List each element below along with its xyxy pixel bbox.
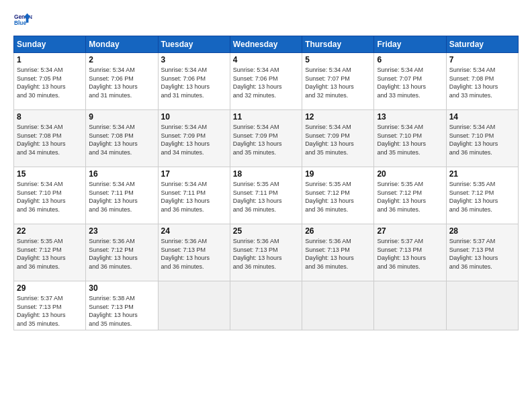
calendar-cell bbox=[302, 281, 374, 330]
weekday-header-saturday: Saturday bbox=[446, 36, 518, 53]
calendar-cell: 17Sunrise: 5:34 AMSunset: 7:11 PMDayligh… bbox=[158, 167, 230, 224]
day-details: Sunrise: 5:37 AMSunset: 7:13 PMDaylight:… bbox=[449, 237, 515, 271]
day-details: Sunrise: 5:34 AMSunset: 7:05 PMDaylight:… bbox=[17, 66, 83, 99]
calendar-cell: 20Sunrise: 5:35 AMSunset: 7:12 PMDayligh… bbox=[374, 167, 446, 224]
calendar-cell: 30Sunrise: 5:38 AMSunset: 7:13 PMDayligh… bbox=[86, 281, 158, 330]
day-number: 1 bbox=[17, 55, 83, 64]
weekday-header-monday: Monday bbox=[86, 36, 158, 53]
day-number: 14 bbox=[449, 112, 515, 122]
calendar-cell bbox=[158, 281, 230, 330]
day-number: 24 bbox=[161, 226, 227, 236]
header: General Blue bbox=[13, 10, 519, 29]
day-details: Sunrise: 5:34 AMSunset: 7:06 PMDaylight:… bbox=[89, 66, 154, 99]
day-details: Sunrise: 5:34 AMSunset: 7:09 PMDaylight:… bbox=[305, 123, 371, 156]
weekday-header-friday: Friday bbox=[374, 36, 446, 53]
calendar-cell: 12Sunrise: 5:34 AMSunset: 7:09 PMDayligh… bbox=[302, 110, 374, 167]
day-number: 10 bbox=[161, 112, 227, 122]
day-details: Sunrise: 5:36 AMSunset: 7:13 PMDaylight:… bbox=[305, 237, 371, 271]
page: General Blue SundayMondayTuesdayWednesda… bbox=[0, 0, 532, 411]
calendar-cell: 22Sunrise: 5:35 AMSunset: 7:12 PMDayligh… bbox=[14, 224, 86, 281]
calendar-cell: 21Sunrise: 5:35 AMSunset: 7:12 PMDayligh… bbox=[446, 167, 518, 224]
calendar-cell: 15Sunrise: 5:34 AMSunset: 7:10 PMDayligh… bbox=[14, 167, 86, 224]
day-number: 18 bbox=[233, 169, 299, 179]
calendar-cell: 10Sunrise: 5:34 AMSunset: 7:09 PMDayligh… bbox=[158, 110, 230, 167]
day-number: 7 bbox=[449, 55, 515, 64]
calendar-cell: 27Sunrise: 5:37 AMSunset: 7:13 PMDayligh… bbox=[374, 224, 446, 281]
day-number: 21 bbox=[449, 169, 515, 179]
day-number: 27 bbox=[377, 226, 443, 236]
day-number: 5 bbox=[305, 55, 371, 64]
weekday-header-wednesday: Wednesday bbox=[230, 36, 302, 53]
calendar-cell: 4Sunrise: 5:34 AMSunset: 7:06 PMDaylight… bbox=[230, 53, 302, 110]
day-number: 4 bbox=[233, 55, 299, 64]
day-number: 8 bbox=[17, 112, 83, 122]
day-number: 29 bbox=[17, 283, 83, 293]
calendar-cell: 19Sunrise: 5:35 AMSunset: 7:12 PMDayligh… bbox=[302, 167, 374, 224]
calendar-cell: 5Sunrise: 5:34 AMSunset: 7:07 PMDaylight… bbox=[302, 53, 374, 110]
day-details: Sunrise: 5:37 AMSunset: 7:13 PMDaylight:… bbox=[377, 237, 443, 271]
day-number: 11 bbox=[233, 112, 299, 122]
day-number: 20 bbox=[377, 169, 443, 179]
svg-text:Blue: Blue bbox=[14, 19, 26, 26]
day-number: 23 bbox=[89, 226, 154, 236]
day-details: Sunrise: 5:34 AMSunset: 7:10 PMDaylight:… bbox=[377, 123, 443, 156]
day-details: Sunrise: 5:34 AMSunset: 7:06 PMDaylight:… bbox=[161, 66, 227, 99]
day-details: Sunrise: 5:34 AMSunset: 7:08 PMDaylight:… bbox=[449, 66, 515, 99]
day-number: 17 bbox=[161, 169, 227, 179]
day-number: 30 bbox=[89, 283, 154, 293]
calendar-cell: 29Sunrise: 5:37 AMSunset: 7:13 PMDayligh… bbox=[14, 281, 86, 330]
day-details: Sunrise: 5:36 AMSunset: 7:13 PMDaylight:… bbox=[233, 237, 299, 271]
day-number: 22 bbox=[17, 226, 83, 236]
calendar-cell bbox=[374, 281, 446, 330]
day-details: Sunrise: 5:34 AMSunset: 7:11 PMDaylight:… bbox=[161, 180, 227, 214]
calendar-cell: 3Sunrise: 5:34 AMSunset: 7:06 PMDaylight… bbox=[158, 53, 230, 110]
calendar-cell bbox=[446, 281, 518, 330]
day-details: Sunrise: 5:36 AMSunset: 7:12 PMDaylight:… bbox=[89, 237, 154, 271]
calendar-cell: 11Sunrise: 5:34 AMSunset: 7:09 PMDayligh… bbox=[230, 110, 302, 167]
day-details: Sunrise: 5:35 AMSunset: 7:11 PMDaylight:… bbox=[233, 180, 299, 214]
day-details: Sunrise: 5:34 AMSunset: 7:08 PMDaylight:… bbox=[89, 123, 154, 156]
weekday-header-thursday: Thursday bbox=[302, 36, 374, 53]
weekday-header-tuesday: Tuesday bbox=[158, 36, 230, 53]
day-number: 25 bbox=[233, 226, 299, 236]
calendar-cell: 24Sunrise: 5:36 AMSunset: 7:13 PMDayligh… bbox=[158, 224, 230, 281]
day-details: Sunrise: 5:35 AMSunset: 7:12 PMDaylight:… bbox=[305, 180, 371, 214]
calendar-cell: 7Sunrise: 5:34 AMSunset: 7:08 PMDaylight… bbox=[446, 53, 518, 110]
day-number: 12 bbox=[305, 112, 371, 122]
calendar-cell: 14Sunrise: 5:34 AMSunset: 7:10 PMDayligh… bbox=[446, 110, 518, 167]
day-number: 19 bbox=[305, 169, 371, 179]
day-details: Sunrise: 5:35 AMSunset: 7:12 PMDaylight:… bbox=[449, 180, 515, 214]
logo: General Blue bbox=[13, 10, 35, 29]
calendar-cell: 16Sunrise: 5:34 AMSunset: 7:11 PMDayligh… bbox=[86, 167, 158, 224]
day-number: 2 bbox=[89, 55, 154, 64]
day-details: Sunrise: 5:35 AMSunset: 7:12 PMDaylight:… bbox=[377, 180, 443, 214]
calendar-table: SundayMondayTuesdayWednesdayThursdayFrid… bbox=[13, 36, 519, 330]
day-details: Sunrise: 5:34 AMSunset: 7:09 PMDaylight:… bbox=[161, 123, 227, 156]
day-number: 28 bbox=[449, 226, 515, 236]
calendar-cell: 2Sunrise: 5:34 AMSunset: 7:06 PMDaylight… bbox=[86, 53, 158, 110]
day-number: 13 bbox=[377, 112, 443, 122]
day-details: Sunrise: 5:34 AMSunset: 7:06 PMDaylight:… bbox=[233, 66, 299, 99]
day-number: 15 bbox=[17, 169, 83, 179]
day-details: Sunrise: 5:37 AMSunset: 7:13 PMDaylight:… bbox=[17, 294, 83, 328]
day-details: Sunrise: 5:34 AMSunset: 7:08 PMDaylight:… bbox=[17, 123, 83, 156]
day-number: 26 bbox=[305, 226, 371, 236]
day-details: Sunrise: 5:34 AMSunset: 7:10 PMDaylight:… bbox=[17, 180, 83, 214]
logo-icon: General Blue bbox=[13, 10, 32, 29]
calendar-cell: 13Sunrise: 5:34 AMSunset: 7:10 PMDayligh… bbox=[374, 110, 446, 167]
day-number: 6 bbox=[377, 55, 443, 64]
calendar-cell: 9Sunrise: 5:34 AMSunset: 7:08 PMDaylight… bbox=[86, 110, 158, 167]
day-details: Sunrise: 5:38 AMSunset: 7:13 PMDaylight:… bbox=[89, 294, 154, 328]
calendar-cell: 18Sunrise: 5:35 AMSunset: 7:11 PMDayligh… bbox=[230, 167, 302, 224]
weekday-header-sunday: Sunday bbox=[14, 36, 86, 53]
day-details: Sunrise: 5:34 AMSunset: 7:09 PMDaylight:… bbox=[233, 123, 299, 156]
day-details: Sunrise: 5:34 AMSunset: 7:07 PMDaylight:… bbox=[377, 66, 443, 99]
calendar-cell: 26Sunrise: 5:36 AMSunset: 7:13 PMDayligh… bbox=[302, 224, 374, 281]
calendar-cell: 23Sunrise: 5:36 AMSunset: 7:12 PMDayligh… bbox=[86, 224, 158, 281]
day-number: 9 bbox=[89, 112, 154, 122]
calendar-cell: 25Sunrise: 5:36 AMSunset: 7:13 PMDayligh… bbox=[230, 224, 302, 281]
day-details: Sunrise: 5:34 AMSunset: 7:07 PMDaylight:… bbox=[305, 66, 371, 99]
day-number: 16 bbox=[89, 169, 154, 179]
calendar-cell: 6Sunrise: 5:34 AMSunset: 7:07 PMDaylight… bbox=[374, 53, 446, 110]
day-details: Sunrise: 5:35 AMSunset: 7:12 PMDaylight:… bbox=[17, 237, 83, 271]
